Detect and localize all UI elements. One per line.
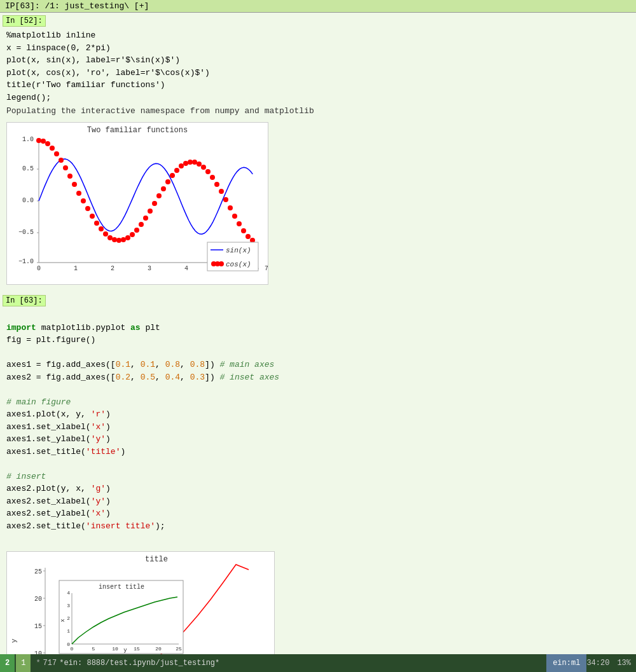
status-indicator: * (36, 659, 40, 668)
status-left: 2 1 * 717 *ein: 8888/test.ipynb/just_tes… (0, 654, 219, 672)
svg-text:0: 0 (37, 265, 41, 272)
cos-dot (36, 138, 41, 143)
svg-point-54 (183, 161, 188, 166)
chart-1-svg: Two familiar functions 1.0 0.5 0.0 −0.5 (7, 123, 268, 282)
svg-text:cos(x): cos(x) (226, 261, 251, 268)
svg-text:insert title: insert title (99, 584, 144, 591)
notebook-area[interactable]: In [52]: %matplotlib inline x = linspace… (0, 13, 636, 667)
svg-point-65 (232, 214, 237, 219)
svg-point-68 (245, 234, 251, 239)
cell-2: In [63]: import matplotlib.pyplot as plt… (0, 292, 636, 667)
svg-rect-105 (59, 580, 183, 654)
svg-text:4: 4 (67, 590, 70, 596)
status-percent: 13% (617, 659, 631, 668)
svg-point-39 (116, 238, 121, 243)
svg-point-59 (205, 169, 211, 174)
svg-text:0.5: 0.5 (22, 165, 34, 172)
svg-text:−1.0: −1.0 (18, 258, 34, 265)
svg-text:sin(x): sin(x) (226, 247, 251, 254)
svg-point-27 (63, 165, 68, 170)
svg-point-58 (201, 165, 206, 170)
sin-curve (39, 159, 252, 234)
status-mode: ein:ml (546, 654, 586, 672)
svg-text:0: 0 (71, 646, 74, 652)
svg-text:5: 5 (92, 646, 95, 652)
svg-point-34 (94, 221, 99, 226)
svg-point-47 (152, 201, 157, 206)
svg-text:3: 3 (67, 603, 70, 608)
svg-text:−0.5: −0.5 (18, 229, 34, 236)
svg-text:15: 15 (134, 646, 140, 652)
svg-text:y: y (10, 638, 18, 643)
svg-text:25: 25 (34, 568, 42, 575)
svg-text:x: x (60, 619, 66, 622)
chart1-title: Two familiar functions (87, 126, 188, 135)
cell-1-label[interactable]: In [52]: (3, 15, 46, 27)
svg-text:2: 2 (111, 265, 114, 272)
svg-point-67 (241, 228, 246, 233)
svg-point-29 (72, 182, 77, 187)
svg-text:0.0: 0.0 (22, 197, 34, 204)
svg-point-35 (99, 226, 104, 231)
svg-point-63 (223, 197, 228, 202)
cell-2-label[interactable]: In [63]: (3, 295, 46, 306)
svg-text:1: 1 (74, 265, 78, 272)
svg-point-23 (45, 141, 50, 146)
svg-point-43 (134, 228, 139, 233)
cell-1: In [52]: %matplotlib inline x = linspace… (0, 13, 636, 292)
svg-point-25 (54, 151, 59, 156)
cell-2-code[interactable]: import matplotlib.pyplot as plt fig = pl… (0, 308, 636, 546)
svg-point-61 (214, 182, 219, 187)
status-right: 34:20 13% (586, 659, 636, 668)
svg-text:1: 1 (67, 628, 70, 634)
svg-point-40 (121, 237, 126, 242)
title-text: IP[63]: /1: just_testing\ [+] (5, 1, 149, 11)
svg-point-36 (103, 231, 108, 237)
svg-point-41 (125, 235, 130, 240)
svg-point-22 (41, 139, 46, 144)
svg-point-64 (228, 205, 233, 210)
svg-point-75 (219, 261, 224, 266)
status-position: 34:20 (586, 659, 609, 668)
svg-point-55 (188, 160, 193, 165)
svg-point-56 (192, 160, 197, 165)
svg-point-60 (210, 175, 215, 180)
cell-1-output: Populating the interactive namespace fro… (0, 105, 636, 117)
svg-point-48 (156, 193, 162, 198)
svg-point-26 (59, 158, 64, 163)
svg-text:7: 7 (265, 265, 268, 272)
svg-point-66 (237, 221, 242, 226)
status-cell-num: 717 (43, 659, 57, 668)
svg-text:2: 2 (67, 615, 70, 621)
svg-text:y: y (123, 647, 127, 654)
svg-text:3: 3 (148, 265, 151, 272)
svg-point-62 (219, 189, 224, 194)
svg-point-46 (148, 209, 153, 214)
svg-point-38 (112, 237, 117, 242)
svg-point-52 (174, 168, 179, 173)
chart-2-svg: title y x 0 5 10 15 20 25 (7, 552, 274, 668)
status-num1: 2 (0, 654, 15, 672)
status-filename: *ein: 8888/test.ipynb/just_testing* (59, 659, 219, 668)
chart-1-container: Two familiar functions 1.0 0.5 0.0 −0.5 (6, 122, 268, 285)
chart-2-container: title y x 0 5 10 15 20 25 (6, 551, 275, 668)
title-bar: IP[63]: /1: just_testing\ [+] (0, 0, 636, 13)
svg-text:20: 20 (34, 596, 42, 603)
svg-point-50 (165, 179, 170, 184)
cell-1-code[interactable]: %matplotlib inline x = linspace(0, 2*pi)… (0, 28, 636, 105)
svg-point-42 (130, 232, 135, 237)
svg-text:25: 25 (176, 646, 182, 652)
svg-point-33 (90, 214, 95, 219)
status-num2: 1 (16, 654, 31, 672)
svg-point-30 (76, 191, 81, 196)
svg-point-57 (197, 161, 202, 167)
svg-text:1.0: 1.0 (22, 136, 34, 143)
svg-text:0: 0 (67, 641, 70, 647)
svg-text:10: 10 (112, 646, 118, 652)
chart2-main-title: title (145, 555, 168, 564)
status-bar: 2 1 * 717 *ein: 8888/test.ipynb/just_tes… (0, 654, 636, 672)
svg-point-32 (85, 206, 90, 211)
svg-point-28 (67, 174, 73, 179)
svg-point-53 (179, 163, 184, 168)
svg-text:4: 4 (184, 265, 188, 272)
